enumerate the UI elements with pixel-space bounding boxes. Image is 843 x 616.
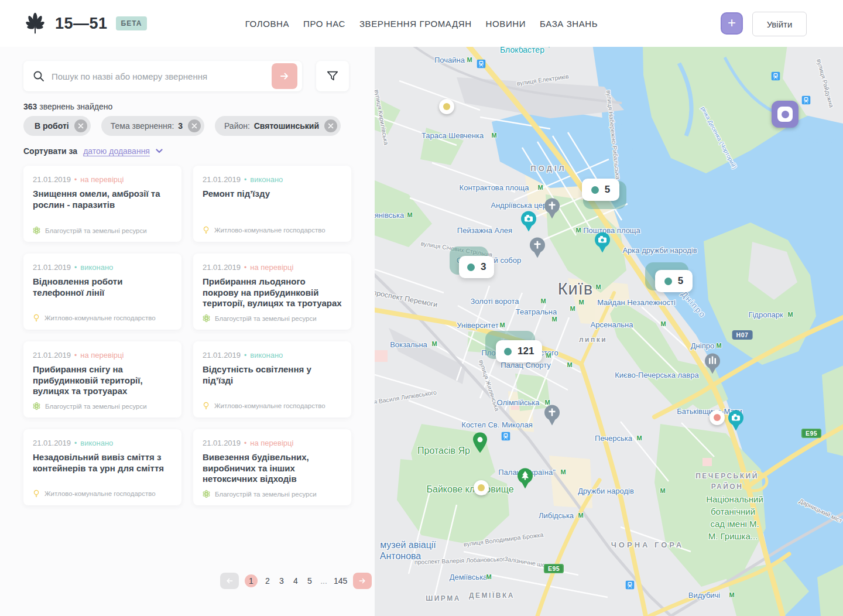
logo[interactable]: 15—51 БЕТА <box>23 11 147 36</box>
drop-green-pin[interactable] <box>472 432 488 453</box>
cluster-pill[interactable]: 3 <box>459 256 494 278</box>
map-label: Дружби народів <box>578 487 634 495</box>
add-appeal-button[interactable]: + <box>721 12 743 35</box>
beta-badge: БЕТА <box>116 16 148 30</box>
cluster-pill[interactable]: 5 <box>582 179 619 201</box>
train-station-icon <box>772 72 780 83</box>
cluster-marker[interactable]: 3 <box>459 256 494 278</box>
login-button[interactable]: Увійти <box>752 12 807 36</box>
page-number[interactable]: 3 <box>277 576 286 586</box>
metro-icon: М <box>575 227 581 234</box>
page-number[interactable]: 145 <box>334 576 347 586</box>
dot-marker-dot <box>714 414 721 421</box>
dot-marker[interactable] <box>710 410 725 425</box>
arrow-right-icon <box>358 577 366 585</box>
metro-icon: М <box>729 591 734 598</box>
page-number[interactable]: 2 <box>263 576 272 586</box>
chip-remove-icon[interactable] <box>74 119 87 132</box>
appeal-meta: 21.01.2019•на перевірці <box>33 175 172 184</box>
train-station-icon <box>802 96 811 107</box>
appeal-card[interactable]: 21.01.2019•на перевірціПрибирання снігу … <box>23 341 181 417</box>
appeal-card[interactable]: 21.01.2019•виконаноРемонт під’їздуЖитлов… <box>193 166 351 242</box>
cluster-marker[interactable]: 121 <box>496 340 542 362</box>
search-submit-button[interactable] <box>272 63 297 89</box>
appeal-card[interactable]: 21.01.2019•виконаноВідсутність освітленн… <box>193 341 351 417</box>
dot-marker[interactable] <box>474 480 489 495</box>
status-bullet: • <box>74 439 77 447</box>
dot-marker[interactable] <box>439 99 454 114</box>
metro-icon: М <box>467 56 472 63</box>
pagination-prev-button[interactable] <box>220 573 239 589</box>
map-label: М. Гришка... <box>708 531 758 541</box>
lavra-pin[interactable] <box>704 353 721 375</box>
nav-item-home[interactable]: ГОЛОВНА <box>245 19 289 29</box>
appeal-card[interactable]: 21.01.2019•виконаноНезадовільний вивіз с… <box>23 429 181 505</box>
cluster-dot <box>504 348 512 355</box>
metro-icon: М <box>660 320 666 327</box>
filter-chip[interactable]: Район: Святошинський <box>215 116 341 136</box>
cluster-pill[interactable]: 5 <box>655 270 693 292</box>
map-label: Гідропарк <box>748 310 783 319</box>
sort-row: Сортувати за датою додавання <box>23 146 163 156</box>
page-number[interactable]: 1 <box>245 574 258 587</box>
appeal-category: Благоустрій та земельні ресурси <box>203 314 345 322</box>
metro-icon: М <box>595 283 601 290</box>
appeal-card[interactable]: 21.01.2019•на перевірціЗнищення омели, а… <box>23 166 181 242</box>
church-pin[interactable] <box>543 197 561 220</box>
church-pin[interactable] <box>543 404 561 426</box>
status-bullet: • <box>74 263 77 272</box>
metro-icon: М <box>560 468 566 475</box>
map-label: вулиця Жилянська <box>478 359 501 412</box>
map-city-label: Київ <box>558 279 594 299</box>
appeal-cards-grid: 21.01.2019•на перевірціЗнищення омели, а… <box>23 166 351 505</box>
search-input[interactable] <box>50 71 272 82</box>
map-overlay: ПочайнаБлокбастервулиця Електриківвулиця… <box>375 47 843 616</box>
dot-marker-dot <box>478 484 485 491</box>
camera-pin[interactable] <box>727 409 745 432</box>
nav-item-news[interactable]: НОВИНИ <box>486 19 526 29</box>
sort-value-link[interactable]: датою додавання <box>83 146 150 156</box>
pagination-next-button[interactable] <box>353 573 372 589</box>
appeal-meta: 21.01.2019•на перевірці <box>203 263 342 272</box>
church-pin[interactable] <box>529 237 546 259</box>
camera-pin[interactable] <box>594 231 611 254</box>
appeal-card[interactable]: 21.01.2019•виконаноВідновлення роботи те… <box>23 254 181 330</box>
camera-pin[interactable] <box>520 210 537 232</box>
status-bullet: • <box>74 351 77 360</box>
filter-chip[interactable]: Тема звернення: 3 <box>101 116 204 136</box>
bulb-icon <box>203 226 210 234</box>
filter-chip[interactable]: В роботі <box>23 116 91 136</box>
drop-teal-pin[interactable] <box>542 47 557 48</box>
appeal-title: Прибирання снігу на прибудинковій терито… <box>33 364 172 397</box>
page-number[interactable]: 4 <box>292 576 300 586</box>
appeal-meta: 21.01.2019•на перевірці <box>33 351 172 360</box>
cluster-marker[interactable]: 5 <box>582 179 619 201</box>
metro-icon: М <box>499 321 505 328</box>
pagination-ellipsis: ... <box>320 576 328 586</box>
map-label: проспект Перемоги <box>375 288 438 309</box>
appeal-card[interactable]: 21.01.2019•на перевірціВивезення будівел… <box>193 429 351 505</box>
filter-chip-value: Святошинський <box>254 121 319 131</box>
nav-item-about[interactable]: ПРО НАС <box>303 19 345 29</box>
nav-item-appeals[interactable]: ЗВЕРНЕННЯ ГРОМАДЯН <box>359 19 472 29</box>
chevron-down-icon[interactable] <box>156 149 163 153</box>
chip-remove-icon[interactable] <box>188 119 201 132</box>
metro-icon: М <box>578 299 584 306</box>
appeal-category-label: Благоустрій та земельні ресурси <box>215 315 317 322</box>
metro-icon: М <box>486 573 491 580</box>
selected-place-marker[interactable] <box>772 101 799 128</box>
page-number[interactable]: 5 <box>306 576 314 586</box>
appeal-meta: 21.01.2019•на перевірці <box>203 439 342 447</box>
cluster-marker[interactable]: 5 <box>655 270 693 292</box>
map-label: ДЕМІЇВКА <box>469 591 515 600</box>
status-badge: виконано <box>80 439 113 447</box>
filter-button[interactable] <box>316 61 349 91</box>
dot-marker-dot <box>443 103 450 110</box>
nav-item-knowledge-base[interactable]: БАЗА ЗНАНЬ <box>540 19 598 29</box>
map[interactable]: ПочайнаБлокбастервулиця Електриківвулиця… <box>375 47 843 616</box>
tree-pin[interactable] <box>516 467 534 490</box>
app-root: 15—51 БЕТА ГОЛОВНАПРО НАСЗВЕРНЕННЯ ГРОМА… <box>0 0 843 616</box>
cluster-pill[interactable]: 121 <box>496 340 542 362</box>
chip-remove-icon[interactable] <box>324 119 337 132</box>
appeal-card[interactable]: 21.01.2019•на перевірціПрибирання льодян… <box>193 254 351 330</box>
